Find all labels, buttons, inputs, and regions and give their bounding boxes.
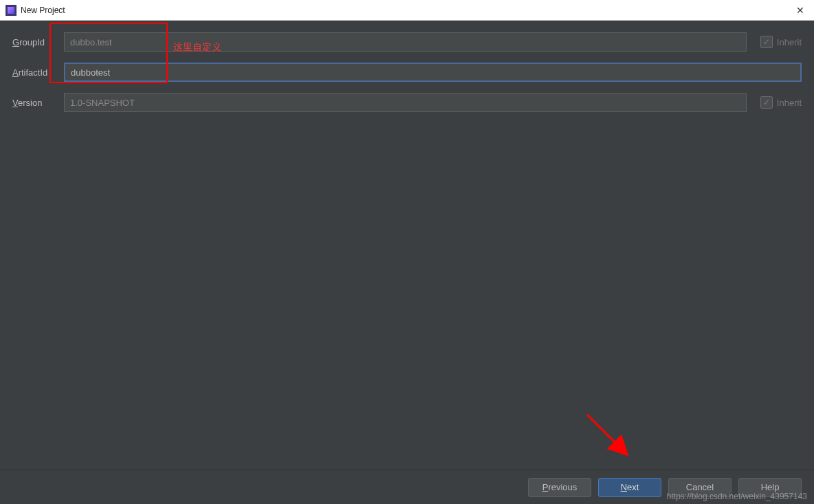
titlebar: New Project ✕ xyxy=(0,0,814,21)
artifactid-input[interactable] xyxy=(64,63,802,82)
groupid-inherit[interactable]: Inherit xyxy=(760,36,802,48)
checkbox-icon xyxy=(760,96,773,109)
version-row: Version Inherit xyxy=(12,92,802,113)
version-input[interactable] xyxy=(64,93,747,112)
window-title: New Project xyxy=(21,6,65,15)
version-label: Version xyxy=(12,98,64,108)
version-inherit[interactable]: Inherit xyxy=(760,96,802,109)
bottom-bar: Previous Next Cancel Help xyxy=(0,470,814,504)
artifactid-row: ArtifactId xyxy=(12,62,802,83)
titlebar-left: New Project xyxy=(6,5,65,16)
dialog-content: GroupId Inherit ArtifactId Version Inher… xyxy=(0,21,814,470)
previous-button[interactable]: Previous xyxy=(528,478,591,497)
groupid-label: GroupId xyxy=(12,37,64,47)
close-icon[interactable]: ✕ xyxy=(792,3,808,17)
next-button[interactable]: Next xyxy=(598,478,661,497)
inherit-label: Inherit xyxy=(777,37,802,47)
cancel-button[interactable]: Cancel xyxy=(668,478,732,497)
groupid-input[interactable] xyxy=(64,32,747,52)
artifactid-label: ArtifactId xyxy=(12,67,64,78)
inherit-label: Inherit xyxy=(777,98,802,108)
app-icon xyxy=(6,5,16,16)
groupid-row: GroupId Inherit xyxy=(12,32,802,52)
help-button[interactable]: Help xyxy=(738,478,802,497)
checkbox-icon xyxy=(760,36,773,48)
